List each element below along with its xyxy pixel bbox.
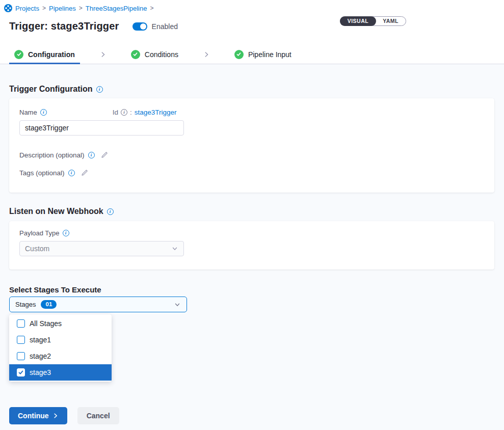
chevron-right-icon <box>52 413 59 419</box>
tab-label: Pipeline Input <box>248 50 291 59</box>
yaml-tab[interactable]: YAML <box>376 17 406 25</box>
option-label: stage2 <box>30 352 51 360</box>
info-icon[interactable] <box>121 109 127 116</box>
check-circle-icon <box>131 50 140 59</box>
checkbox-unchecked[interactable] <box>17 319 25 328</box>
payload-type-value: Custom <box>25 245 49 253</box>
tab-label: Conditions <box>145 50 178 59</box>
stages-dropdown-menu: All Stages stage1 stage2 stage3 <box>9 314 112 382</box>
continue-button[interactable]: Continue <box>9 407 67 424</box>
trigger-configuration-card: Name Id : stage3Trigger Description (opt… <box>9 98 494 193</box>
check-circle-icon <box>234 50 244 59</box>
page-header: Projects > Pipelines > ThreeStagesPipeli… <box>0 0 504 45</box>
checkbox-unchecked[interactable] <box>17 336 25 344</box>
info-icon[interactable] <box>40 109 47 116</box>
projects-icon <box>4 4 12 12</box>
breadcrumb-separator: > <box>79 5 83 12</box>
trigger-configuration-heading: Trigger Configuration <box>9 85 93 94</box>
webhook-heading: Listen on New Webhook <box>9 207 103 216</box>
tags-label: Tags (optional) <box>19 169 65 177</box>
breadcrumb-separator: > <box>150 5 153 12</box>
info-icon[interactable] <box>63 230 69 236</box>
stages-count-badge: 01 <box>41 300 57 309</box>
option-all-stages[interactable]: All Stages <box>9 315 112 332</box>
check-circle-icon <box>14 50 23 59</box>
breadcrumb: Projects > Pipelines > ThreeStagesPipeli… <box>4 4 153 12</box>
info-icon[interactable] <box>107 208 114 215</box>
enabled-toggle-label: Enabled <box>152 22 178 31</box>
cancel-button[interactable]: Cancel <box>77 407 119 424</box>
option-label: stage3 <box>30 368 51 377</box>
wizard-tabbar: Configuration Conditions Pipeline Input <box>0 45 504 64</box>
breadcrumb-link-pipelines[interactable]: Pipelines <box>49 5 76 12</box>
tab-configuration[interactable]: Configuration <box>9 45 80 64</box>
page-title: Trigger: stage3Trigger <box>9 20 119 32</box>
cancel-button-label: Cancel <box>87 412 110 420</box>
option-label: stage1 <box>30 336 51 344</box>
info-icon[interactable] <box>96 86 103 93</box>
tab-conditions[interactable]: Conditions <box>126 45 183 64</box>
main-content: Trigger Configuration Name Id : stage3Tr… <box>0 64 504 430</box>
name-label: Name <box>19 109 37 116</box>
description-label: Description (optional) <box>19 151 85 159</box>
continue-button-label: Continue <box>18 412 49 420</box>
visual-tab[interactable]: VISUAL <box>340 16 377 26</box>
breadcrumb-link-pipeline-name[interactable]: ThreeStagesPipeline <box>86 5 147 12</box>
webhook-card: Payload Type Custom <box>9 221 494 270</box>
select-stages-heading: Select Stages To Execute <box>9 285 101 294</box>
name-input[interactable] <box>19 120 184 136</box>
chevron-down-icon <box>174 301 181 308</box>
id-label: Id <box>113 109 118 116</box>
stages-multiselect[interactable]: Stages 01 <box>9 297 187 312</box>
breadcrumb-link-projects[interactable]: Projects <box>15 5 39 12</box>
breadcrumb-separator: > <box>42 5 46 12</box>
enabled-toggle[interactable] <box>132 22 147 31</box>
option-label: All Stages <box>30 319 62 328</box>
stages-field-label: Stages <box>15 301 36 308</box>
id-separator: : <box>130 109 132 116</box>
option-stage3[interactable]: stage3 <box>9 364 112 381</box>
tab-label: Configuration <box>28 50 75 59</box>
edit-description-icon[interactable] <box>100 151 108 159</box>
info-icon[interactable] <box>88 152 95 158</box>
payload-type-select[interactable]: Custom <box>19 241 184 256</box>
chevron-down-icon <box>171 245 178 252</box>
chevron-right-icon <box>99 45 107 64</box>
checkbox-unchecked[interactable] <box>17 352 25 360</box>
edit-tags-icon[interactable] <box>81 169 88 177</box>
payload-type-label: Payload Type <box>19 229 60 237</box>
info-icon[interactable] <box>68 170 75 176</box>
id-value-link[interactable]: stage3Trigger <box>135 109 177 116</box>
visual-yaml-switch[interactable]: VISUAL YAML <box>340 16 406 26</box>
option-stage1[interactable]: stage1 <box>9 332 112 348</box>
chevron-right-icon <box>203 45 210 64</box>
option-stage2[interactable]: stage2 <box>9 348 112 364</box>
tab-pipeline-input[interactable]: Pipeline Input <box>229 45 297 64</box>
checkbox-checked[interactable] <box>17 368 25 377</box>
